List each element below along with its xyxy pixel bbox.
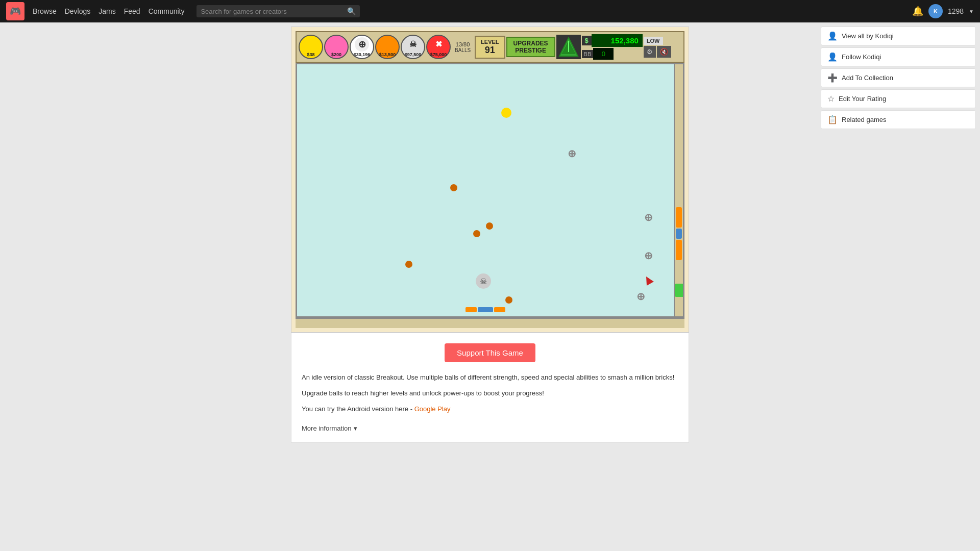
navbar: 🎮 Browse Devlogs Jams Feed Community 🔍 🔔… xyxy=(0,0,980,22)
nav-feed[interactable]: Feed xyxy=(124,7,140,15)
money-display: $ 152,380 BB 0 xyxy=(582,34,643,60)
below-game: Support This Game An idle version of cla… xyxy=(291,333,689,443)
add-collection-icon: ➕ xyxy=(827,73,838,83)
follow-label: Follow Kodiqi xyxy=(842,53,881,61)
chevron-down-icon: ▾ xyxy=(354,424,357,432)
ball-in-play-orange-5 xyxy=(505,296,512,304)
side-pill-blue xyxy=(676,229,682,239)
side-pill-orange-bottom xyxy=(676,240,682,260)
follow-kodiqi-btn[interactable]: 👤 Follow Kodiqi xyxy=(821,47,976,66)
ball-plus-price: $30,196 xyxy=(354,52,371,57)
view-all-label: View all by Kodiqi xyxy=(842,32,894,40)
add-to-collection-btn[interactable]: ➕ Add To Collection xyxy=(821,68,976,87)
paddle-seg-orange-right xyxy=(494,307,505,312)
settings-group: LOW ⚙ 🔇 xyxy=(644,37,671,58)
support-game-button[interactable]: Support This Game xyxy=(445,343,535,362)
related-games-btn[interactable]: 📋 Related games xyxy=(821,110,976,129)
paddle-area xyxy=(297,307,674,312)
brick-green-36: 36 xyxy=(675,284,684,297)
ball-orange-btn[interactable]: $13,500 xyxy=(375,35,400,59)
description-1: An idle version of classic Breakout. Use… xyxy=(302,372,678,383)
star-icon: ☆ xyxy=(827,94,835,104)
more-info-toggle[interactable]: More information ▾ xyxy=(302,424,357,432)
game-container: $38 $200 ⊕ $30,196 $13,500 ☠ $97,500 xyxy=(291,27,689,333)
side-pill-orange-top xyxy=(676,207,682,228)
money-value: 152,380 xyxy=(592,34,643,47)
site-logo[interactable]: 🎮 xyxy=(6,2,24,20)
add-collection-label: Add To Collection xyxy=(842,74,893,82)
paddle-seg-blue xyxy=(478,307,493,312)
ball-in-play-orange-3 xyxy=(473,230,480,237)
description-3-prefix: You can try the Android version here - xyxy=(302,405,412,413)
upgrades-prestige-btn[interactable]: UPGRADES PRESTIGE xyxy=(506,37,555,57)
ball-yellow-price: $38 xyxy=(307,52,314,57)
ball-skull-btn[interactable]: ☠ $97,500 xyxy=(401,35,425,59)
description-2: Upgrade balls to reach higher levels and… xyxy=(302,388,678,399)
ball-in-play-yellow xyxy=(501,108,511,118)
view-all-by-kodiqi-btn[interactable]: 👤 View all by Kodiqi xyxy=(821,27,976,45)
balls-counter: 13/80 BALLS xyxy=(452,41,474,53)
ball-skull-price: $97,500 xyxy=(405,52,422,57)
ball-in-play-orange-2 xyxy=(486,222,493,230)
ball-in-play-orange-4 xyxy=(405,261,412,268)
game-canvas: ☠ ⊕ ⊕ ⊕ ⊕ ⊕ ⊕ ⊕ ⊕ ⊕ ⊕ ⊕ 36 26 xyxy=(296,63,684,318)
search-button[interactable]: 🔍 xyxy=(347,7,356,15)
level-display: LEVEL 91 xyxy=(475,36,505,59)
view-all-icon: 👤 xyxy=(827,31,838,41)
edit-rating-btn[interactable]: ☆ Edit Your Rating xyxy=(821,89,976,108)
main-layout: $38 $200 ⊕ $30,196 $13,500 ☠ $97,500 xyxy=(0,22,980,443)
quality-label: LOW xyxy=(644,37,663,45)
edit-rating-label: Edit Your Rating xyxy=(839,95,886,103)
avatar: K xyxy=(928,4,943,18)
ball-in-play-skull: ☠ xyxy=(476,273,491,289)
ball-red-price: $75,000 xyxy=(430,52,447,57)
settings-button[interactable]: ⚙ xyxy=(644,46,656,58)
side-bar-right xyxy=(674,64,683,316)
nav-community[interactable]: Community xyxy=(149,7,185,15)
target-plus-7: ⊕ xyxy=(644,251,653,261)
related-games-icon: 📋 xyxy=(827,115,838,124)
game-bottom-strip xyxy=(296,318,684,328)
right-sidebar: 👤 View all by Kodiqi 👤 Follow Kodiqi ➕ A… xyxy=(817,22,980,133)
game-cursor xyxy=(643,274,654,286)
chevron-down-icon[interactable]: ▼ xyxy=(969,9,974,14)
currency-symbol: $ xyxy=(582,36,592,45)
description-3: You can try the Android version here - G… xyxy=(302,404,678,415)
target-plus-6: ⊕ xyxy=(644,212,653,222)
ball-red-btn[interactable]: ✖ $75,000 xyxy=(426,35,451,59)
ball-in-play-orange-1 xyxy=(450,184,457,191)
bb-label: BB xyxy=(582,50,594,58)
rank-icon xyxy=(556,35,581,59)
ball-yellow-btn[interactable]: $38 xyxy=(299,35,323,59)
more-info-label: More information xyxy=(302,424,352,432)
nav-browse[interactable]: Browse xyxy=(33,7,57,15)
related-games-label: Related games xyxy=(842,116,886,123)
nav-devlogs[interactable]: Devlogs xyxy=(65,7,91,15)
ball-orange-price: $13,500 xyxy=(379,52,396,57)
search-input[interactable] xyxy=(201,8,347,15)
target-plus-1: ⊕ xyxy=(568,148,576,159)
game-hud: $38 $200 ⊕ $30,196 $13,500 ☠ $97,500 xyxy=(296,31,684,63)
ball-pink-price: $200 xyxy=(331,52,341,57)
paddle-seg-orange-left xyxy=(465,307,477,312)
nav-jams[interactable]: Jams xyxy=(99,7,115,15)
ball-plus-btn[interactable]: ⊕ $30,196 xyxy=(350,35,374,59)
target-plus-8: ⊕ xyxy=(636,291,645,302)
notification-bell[interactable]: 🔔 xyxy=(912,6,923,17)
search-bar: 🔍 xyxy=(197,5,360,17)
user-count: 1298 xyxy=(948,7,964,15)
ball-pink-btn[interactable]: $200 xyxy=(324,35,349,59)
bb-value: 0 xyxy=(593,48,614,60)
follow-icon: 👤 xyxy=(827,52,838,62)
volume-button[interactable]: 🔇 xyxy=(657,46,671,58)
google-play-link[interactable]: Google Play xyxy=(414,405,451,413)
navbar-right: 🔔 K 1298 ▼ xyxy=(912,4,974,18)
